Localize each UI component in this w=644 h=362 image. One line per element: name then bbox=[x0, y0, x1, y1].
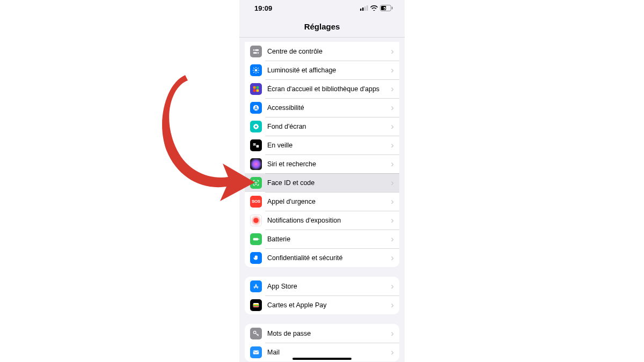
row-label: Mots de passe bbox=[267, 330, 389, 337]
homescreen-icon bbox=[250, 83, 262, 95]
chevron-right-icon: › bbox=[391, 253, 394, 262]
settings-row-wallpaper[interactable]: Fond d'écran› bbox=[245, 117, 399, 136]
status-right: 53 bbox=[360, 5, 393, 11]
battery-status-icon: 53 bbox=[380, 5, 393, 11]
settings-list[interactable]: Centre de contrôle›Luminosité et afficha… bbox=[239, 38, 405, 362]
settings-row-siri[interactable]: Siri et recherche› bbox=[245, 154, 399, 173]
svg-rect-44 bbox=[253, 304, 259, 305]
accessibility-icon bbox=[250, 102, 262, 114]
settings-row-wallet[interactable]: Cartes et Apple Pay› bbox=[245, 295, 399, 314]
chevron-right-icon: › bbox=[391, 348, 394, 357]
battery-percent-text: 53 bbox=[383, 6, 387, 11]
svg-rect-3 bbox=[367, 5, 368, 11]
status-bar: 19:09 53 bbox=[239, 0, 405, 16]
wallpaper-icon bbox=[250, 121, 262, 132]
settings-row-brightness[interactable]: Luminosité et affichage› bbox=[245, 61, 399, 79]
brightness-icon bbox=[250, 64, 262, 76]
cellular-signal-icon bbox=[360, 5, 368, 11]
svg-line-19 bbox=[258, 68, 258, 68]
chevron-right-icon: › bbox=[391, 197, 394, 206]
chevron-right-icon: › bbox=[391, 282, 394, 291]
row-label: Centre de contrôle bbox=[267, 48, 389, 55]
svg-point-32 bbox=[254, 127, 256, 129]
svg-rect-22 bbox=[253, 89, 256, 92]
appstore-icon bbox=[250, 280, 262, 292]
chevron-right-icon: › bbox=[391, 329, 394, 338]
settings-row-appstore[interactable]: App Store› bbox=[245, 277, 399, 295]
svg-line-18 bbox=[254, 72, 254, 72]
sos-icon: SOS bbox=[250, 196, 262, 208]
chevron-right-icon: › bbox=[391, 216, 394, 225]
settings-row-sos[interactable]: SOSAppel d'urgence› bbox=[245, 192, 399, 211]
svg-point-34 bbox=[255, 125, 257, 127]
svg-point-38 bbox=[253, 161, 258, 166]
svg-rect-37 bbox=[257, 145, 259, 147]
chevron-right-icon: › bbox=[391, 178, 394, 187]
row-label: Appel d'urgence bbox=[267, 198, 389, 205]
settings-group: App Store›Cartes et Apple Pay› bbox=[245, 277, 399, 314]
row-label: Cartes et Apple Pay bbox=[267, 301, 389, 309]
row-label: En veille bbox=[267, 142, 389, 149]
svg-rect-2 bbox=[364, 6, 366, 11]
status-time: 19:09 bbox=[254, 4, 272, 12]
chevron-right-icon: › bbox=[391, 84, 394, 93]
row-label: Notifications d'exposition bbox=[267, 217, 389, 224]
svg-point-30 bbox=[254, 124, 256, 126]
row-label: Mail bbox=[267, 349, 389, 356]
row-label: Luminosité et affichage bbox=[267, 67, 389, 74]
phone-frame: 19:09 53 Réglages Centre de contrôle›Lum… bbox=[239, 0, 405, 362]
svg-rect-1 bbox=[362, 8, 364, 11]
row-label: Écran d'accueil et bibliothèque d'apps bbox=[267, 85, 389, 93]
settings-row-privacy[interactable]: Confidentialité et sécurité› bbox=[245, 248, 399, 267]
chevron-right-icon: › bbox=[391, 65, 394, 75]
control-center-icon bbox=[250, 46, 262, 57]
settings-row-homescreen[interactable]: Écran d'accueil et bibliothèque d'apps› bbox=[245, 79, 399, 98]
mail-icon bbox=[250, 346, 262, 358]
svg-point-8 bbox=[254, 49, 255, 50]
wifi-icon bbox=[370, 5, 378, 11]
row-label: Fond d'écran bbox=[267, 123, 389, 130]
svg-line-17 bbox=[258, 72, 258, 72]
settings-row-accessibility[interactable]: Accessibilité› bbox=[245, 98, 399, 117]
settings-group: Mots de passe›Mail› bbox=[245, 324, 399, 361]
row-label: Face ID et code bbox=[267, 179, 389, 187]
svg-rect-6 bbox=[392, 7, 393, 10]
row-label: Accessibilité bbox=[267, 104, 389, 112]
svg-rect-23 bbox=[257, 89, 259, 92]
chevron-right-icon: › bbox=[391, 47, 394, 56]
standby-icon bbox=[250, 139, 262, 151]
settings-row-control-center[interactable]: Centre de contrôle› bbox=[245, 42, 399, 61]
svg-rect-21 bbox=[257, 86, 259, 88]
svg-rect-0 bbox=[360, 9, 362, 11]
row-label: Confidentialité et sécurité bbox=[267, 254, 389, 262]
row-label: App Store bbox=[267, 283, 389, 290]
passwords-icon bbox=[250, 328, 262, 339]
exposure-icon bbox=[250, 215, 262, 226]
privacy-icon bbox=[250, 252, 262, 264]
home-indicator[interactable] bbox=[292, 358, 352, 360]
row-label: Siri et recherche bbox=[267, 160, 389, 168]
siri-icon bbox=[250, 158, 262, 170]
svg-point-40 bbox=[257, 182, 257, 182]
svg-rect-20 bbox=[253, 86, 256, 88]
settings-group: Centre de contrôle›Luminosité et afficha… bbox=[245, 42, 399, 267]
settings-row-exposure[interactable]: Notifications d'exposition› bbox=[245, 211, 399, 230]
svg-rect-48 bbox=[253, 350, 259, 354]
page-title: Réglages bbox=[304, 22, 340, 31]
svg-point-25 bbox=[255, 106, 257, 107]
settings-row-passwords[interactable]: Mots de passe› bbox=[245, 324, 399, 343]
nav-bar: Réglages bbox=[239, 16, 405, 38]
svg-rect-41 bbox=[253, 238, 258, 240]
chevron-right-icon: › bbox=[391, 234, 394, 243]
svg-rect-42 bbox=[259, 238, 259, 239]
chevron-right-icon: › bbox=[391, 122, 394, 131]
faceid-icon bbox=[250, 177, 262, 189]
wallet-icon bbox=[250, 299, 262, 311]
svg-rect-46 bbox=[253, 306, 259, 307]
svg-point-10 bbox=[257, 52, 258, 53]
settings-row-battery[interactable]: Batterie› bbox=[245, 230, 399, 248]
svg-point-11 bbox=[255, 69, 258, 71]
settings-row-faceid[interactable]: Face ID et code› bbox=[245, 173, 399, 192]
settings-row-standby[interactable]: En veille› bbox=[245, 136, 399, 154]
row-label: Batterie bbox=[267, 235, 389, 243]
